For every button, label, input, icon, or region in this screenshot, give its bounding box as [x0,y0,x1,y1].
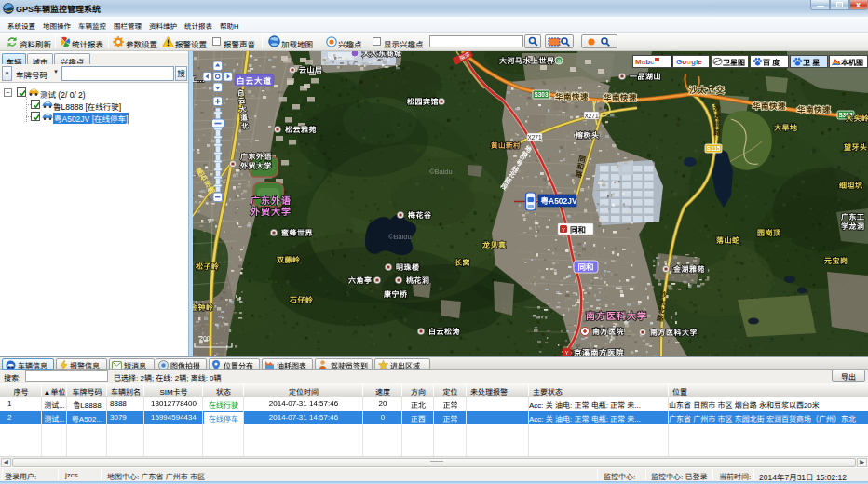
svg-text:桃花涧: 桃花涧 [406,275,430,285]
svg-text:温: 温 [556,58,562,65]
svg-text:华南快速: 华南快速 [555,90,589,101]
svg-text:大旱地: 大旱地 [774,122,798,132]
svg-text:蜜蜂世界: 蜜蜂世界 [281,227,313,237]
svg-text:南方医科大学: 南方医科大学 [650,327,698,337]
svg-text:元宝岗: 元宝岗 [824,255,848,265]
svg-text:园岗顶: 园岗顶 [757,227,781,237]
svg-text:长窝: 长窝 [454,257,470,267]
svg-text:大大东商城: 大大东商城 [362,51,402,58]
svg-text:Y: Y [564,348,568,356]
svg-text:外贸大学: 外贸大学 [250,204,292,218]
svg-text:学龙洞: 学龙洞 [841,221,865,231]
svg-text:200: 200 [199,335,210,342]
svg-text:京溪南方医院: 京溪南方医院 [574,346,624,356]
svg-text:南方医院: 南方医院 [592,326,624,336]
svg-text:华南快速: 华南快速 [753,100,786,111]
svg-text:外贸大学: 外贸大学 [239,160,272,170]
svg-text:落山蛇: 落山蛇 [716,235,740,245]
svg-text:榕树头: 榕树头 [575,129,600,140]
svg-text:一品湖山: 一品湖山 [630,71,661,81]
svg-text:沙太北路: 沙太北路 [712,104,723,136]
svg-text:龙见真: 龙见真 [481,239,507,249]
svg-text:S115: S115 [707,145,721,152]
svg-text:同和: 同和 [570,223,586,235]
svg-text:粤A502JV: 粤A502JV [541,196,578,206]
svg-text:白云大道: 白云大道 [237,74,272,86]
svg-text:松子岭: 松子岭 [196,261,220,271]
svg-text:沙太立交: 沙太立交 [689,84,725,96]
svg-text:白云松涛: 白云松涛 [428,326,460,336]
svg-text:同和: 同和 [577,261,593,272]
svg-text:华南快速: 华南快速 [797,103,831,114]
svg-text:细坦坑: 细坦坑 [839,180,863,190]
svg-text:康宁桥: 康宁桥 [384,289,408,299]
svg-text:石仔岭: 石仔岭 [289,294,314,304]
svg-text:云山居: 云山居 [299,64,323,74]
svg-text:黄山新村: 黄山新村 [491,140,521,150]
svg-text:南方医科大学: 南方医科大学 [586,308,647,322]
svg-text:©Baidu: ©Baidu [388,233,412,241]
svg-text:大头岭: 大头岭 [846,113,868,123]
svg-text:Y: Y [562,225,565,234]
svg-text:S303: S303 [534,91,549,98]
svg-text:华南快速: 华南快速 [604,91,637,102]
svg-text:©Baidu: ©Baidu [429,168,453,176]
svg-text:梅花谷: 梅花谷 [408,209,432,220]
svg-text:六角亭: 六角亭 [348,275,373,285]
svg-text:金湖雅苑: 金湖雅苑 [672,263,705,274]
svg-text:X271: X271 [527,134,542,141]
svg-text:望牙头: 望牙头 [844,141,868,152]
svg-text:松园宾馆: 松园宾馆 [407,96,439,106]
svg-text:明珠楼: 明珠楼 [396,262,420,272]
svg-text:松云雅苑: 松云雅苑 [285,124,317,134]
svg-text:大河马水上世界: 大河马水上世界 [499,55,555,65]
svg-text:金钟岭: 金钟岭 [190,302,214,312]
svg-text:双藤岭: 双藤岭 [276,254,301,264]
svg-text:X271: X271 [584,113,599,119]
